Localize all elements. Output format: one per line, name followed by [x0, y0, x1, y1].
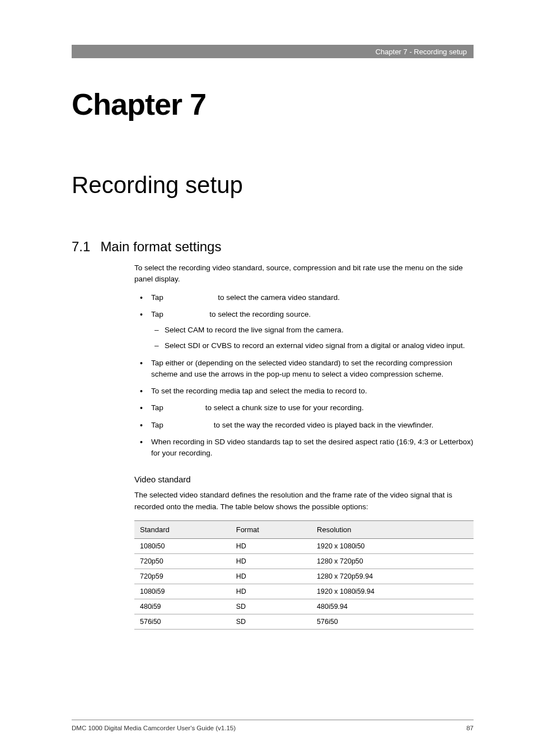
table-cell: 480i59.94 [311, 599, 474, 614]
list-item: Tap to set the way the recorded video is… [134, 420, 474, 431]
section-number: 7.1 [72, 239, 90, 254]
table-row: 480i59SD480i59.94 [134, 599, 474, 614]
table-row: 720p59HD1280 x 720p59.94 [134, 569, 474, 584]
page-footer: DMC 1000 Digital Media Camcorder User's … [72, 720, 474, 731]
table-cell: 1080i59 [134, 584, 231, 599]
table-cell: HD [231, 584, 311, 599]
list-item: Tap to select a chunk size to use for yo… [134, 402, 474, 414]
list-item-text: Select CAM to record the live signal fro… [165, 326, 344, 334]
footer-left: DMC 1000 Digital Media Camcorder User's … [72, 725, 236, 731]
footer-rule [72, 720, 474, 720]
table-cell: HD [231, 538, 311, 553]
table-row: 1080i50HD1920 x 1080i50 [134, 538, 474, 553]
table-cell: 1920 x 1080i50 [311, 538, 474, 553]
list-item: When recording in SD video standards tap… [134, 436, 474, 459]
table-header-row: Standard Format Resolution [134, 520, 474, 538]
list-item-text: Select SDI or CVBS to record an external… [165, 341, 465, 350]
list-item-text: When recording in SD video standards tap… [151, 438, 474, 457]
table-cell: 576i50 [311, 614, 474, 629]
table-header: Standard [134, 520, 231, 538]
list-item: Tap to select the recording source. Sele… [134, 309, 474, 352]
table-cell: 720p59 [134, 569, 231, 584]
list-item: Select CAM to record the live signal fro… [151, 325, 474, 336]
bullet-list: Tap to select the camera video standard.… [134, 292, 474, 459]
sublist: Select CAM to record the live signal fro… [151, 325, 474, 352]
list-item-text: Tap either or (depending on the selected… [151, 359, 452, 378]
table-cell: HD [231, 569, 311, 584]
table-header: Format [231, 520, 311, 538]
table-cell: 1280 x 720p59.94 [311, 569, 474, 584]
list-item: Select SDI or CVBS to record an external… [151, 340, 474, 351]
table-cell: SD [231, 614, 311, 629]
footer-row: DMC 1000 Digital Media Camcorder User's … [72, 725, 474, 731]
table-cell: 1920 x 1080i59.94 [311, 584, 474, 599]
table-cell: 720p50 [134, 553, 231, 569]
list-item-text: to select the recording source. [208, 310, 311, 318]
list-item: To set the recording media tap and selec… [134, 386, 474, 397]
table-header: Resolution [311, 520, 474, 538]
list-item-text: Tap [151, 421, 166, 429]
table-cell: HD [231, 553, 311, 569]
footer-page-number: 87 [466, 725, 474, 731]
video-standard-table: Standard Format Resolution 1080i50HD1920… [134, 520, 474, 630]
subsection-text: The selected video standard defines the … [134, 490, 474, 513]
page-content: Chapter 7 Recording setup 7.1Main format… [72, 87, 474, 630]
table-cell: SD [231, 599, 311, 614]
table-row: 1080i59HD1920 x 1080i59.94 [134, 584, 474, 599]
list-item-text: To set the recording media tap and selec… [151, 387, 367, 395]
section-heading: 7.1Main format settings [72, 239, 474, 255]
chapter-number: Chapter 7 [72, 87, 474, 121]
table-row: 720p50HD1280 x 720p50 [134, 553, 474, 569]
list-item-text: Tap [151, 403, 166, 412]
table-cell: 576i50 [134, 614, 231, 629]
table-row: 576i50SD576i50 [134, 614, 474, 629]
running-header-text: Chapter 7 - Recording setup [376, 48, 467, 56]
list-item: Tap either or (depending on the selected… [134, 358, 474, 381]
table-cell: 1280 x 720p50 [311, 553, 474, 569]
list-item-text: Tap [151, 310, 166, 318]
list-item-text: to select a chunk size to use for your r… [203, 403, 364, 412]
table-cell: 1080i50 [134, 538, 231, 553]
subsection-title: Video standard [134, 475, 474, 484]
list-item-text: Tap [151, 293, 166, 302]
section-intro: To select the recording video standard, … [134, 262, 474, 285]
section-title: Main format settings [100, 239, 221, 254]
section-body: To select the recording video standard, … [134, 262, 474, 630]
table-cell: 480i59 [134, 599, 231, 614]
header-bar: Chapter 7 - Recording setup [72, 45, 474, 58]
list-item-text: to set the way the recorded video is pla… [212, 421, 433, 429]
list-item: Tap to select the camera video standard. [134, 292, 474, 303]
list-item-text: to select the camera video standard. [216, 293, 340, 302]
chapter-title: Recording setup [72, 172, 474, 199]
